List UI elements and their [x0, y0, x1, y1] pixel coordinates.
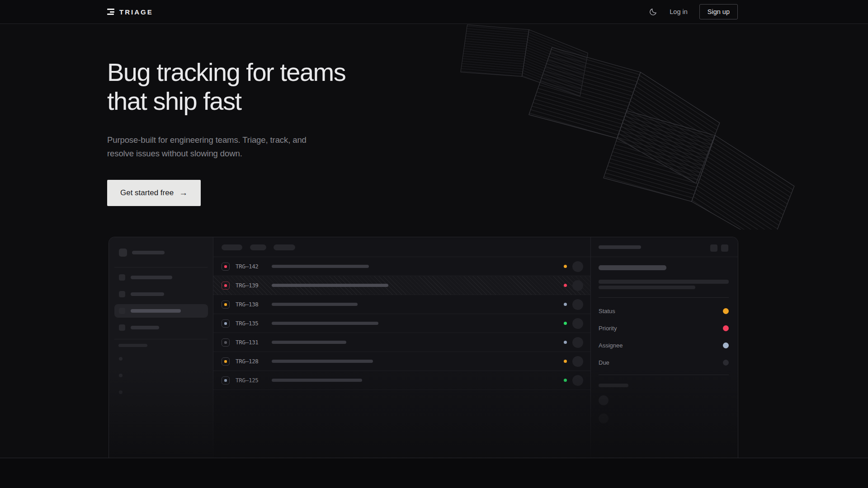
theme-toggle-button[interactable]: [648, 7, 658, 17]
sidebar-dot: [119, 374, 123, 377]
detail-divider: [599, 375, 729, 375]
issue-title-skeleton: [272, 322, 378, 325]
status-dot: [564, 322, 567, 325]
get-started-button[interactable]: Get started free →: [107, 180, 201, 206]
comment-avatar-skeleton: [599, 395, 609, 405]
issue-row[interactable]: TRG–128: [213, 352, 590, 371]
sidebar-nav-item-2[interactable]: [114, 287, 208, 301]
sidebar-nav-item-1[interactable]: [114, 271, 208, 284]
issue-row[interactable]: TRG–135: [213, 314, 590, 333]
assignee-avatar: [572, 356, 583, 367]
nav-item-icon: [119, 274, 125, 281]
issue-id: TRG–139: [236, 282, 264, 289]
assignee-avatar: [572, 280, 583, 291]
assignee-avatar: [572, 375, 583, 386]
sidebar-dot: [119, 390, 123, 394]
status-dot: [564, 303, 567, 306]
issue-title-skeleton: [272, 341, 346, 344]
nav-item-label-skeleton: [131, 276, 172, 279]
assignee-avatar: [572, 337, 583, 348]
brand-name: TRIAGE: [119, 8, 153, 16]
signup-button[interactable]: Sign up: [699, 4, 738, 19]
property-value-dot: [723, 308, 729, 314]
issue-id: TRG–142: [236, 263, 264, 270]
list-header: [213, 237, 590, 257]
moon-icon: [649, 8, 657, 16]
sidebar-nav-item-3-active[interactable]: [114, 304, 208, 318]
detail-action-button[interactable]: [721, 244, 728, 252]
triage-logo-icon: [107, 9, 114, 15]
issue-list: TRG–142 TRG–139 TRG–138 TRG–135 TRG–131: [213, 257, 590, 390]
issue-id: TRG–125: [236, 377, 264, 384]
app-mockup: TRG–142 TRG–139 TRG–138 TRG–135 TRG–131: [108, 237, 738, 458]
nav-item-icon: [119, 324, 125, 331]
detail-divider: [599, 297, 729, 298]
brand-logo[interactable]: TRIAGE: [107, 8, 153, 16]
issue-type-icon: [222, 319, 230, 328]
issue-row[interactable]: TRG–131: [213, 333, 590, 352]
issue-row[interactable]: TRG–125: [213, 371, 590, 390]
property-value-dot: [723, 325, 729, 331]
sidebar-dot: [119, 357, 123, 361]
issue-title-skeleton: [272, 265, 369, 268]
arrow-right-icon: →: [179, 188, 188, 198]
issue-type-icon: [222, 263, 230, 271]
mockup-issue-list-panel: TRG–142 TRG–139 TRG–138 TRG–135 TRG–131: [213, 237, 591, 458]
issue-title-skeleton: [272, 284, 388, 287]
workspace-avatar: [119, 249, 127, 257]
issue-title-skeleton: [272, 360, 373, 363]
status-dot: [564, 379, 567, 382]
property-value-dot: [723, 360, 729, 366]
issue-type-icon: [222, 376, 230, 385]
property-label: Status: [599, 308, 615, 314]
filter-tab-skeleton[interactable]: [250, 244, 266, 250]
issue-type-icon: [222, 338, 230, 347]
status-dot: [564, 284, 567, 287]
page: TRIAGE Log in Sign up Bug tracking for t…: [0, 0, 868, 488]
nav-item-label-skeleton: [131, 326, 159, 329]
comment-avatar-skeleton: [599, 413, 609, 423]
assignee-avatar: [572, 299, 583, 310]
issue-id: TRG–131: [236, 339, 264, 346]
property-row[interactable]: Priority: [599, 319, 729, 337]
hero-wireframe-decoration: [439, 24, 805, 230]
property-label: Assignee: [599, 342, 623, 349]
property-row[interactable]: Assignee: [599, 337, 729, 354]
issue-row[interactable]: TRG–139: [213, 276, 590, 295]
login-link[interactable]: Log in: [670, 8, 688, 15]
mockup-sidebar: [109, 237, 213, 458]
sidebar-nav-item-4[interactable]: [114, 321, 208, 334]
filter-tab-skeleton[interactable]: [222, 244, 242, 250]
property-row[interactable]: Status: [599, 302, 729, 319]
hero-title: Bug tracking for teams that ship fast: [107, 58, 424, 116]
status-dot: [564, 360, 567, 363]
detail-description-skeleton: [599, 286, 695, 289]
issue-title-skeleton: [272, 303, 358, 306]
filter-tab-skeleton[interactable]: [274, 244, 295, 250]
issue-row[interactable]: TRG–138: [213, 295, 590, 314]
detail-action-button[interactable]: [710, 244, 717, 252]
detail-title-skeleton: [599, 265, 666, 270]
sidebar-divider: [114, 339, 208, 339]
workspace-switcher[interactable]: [119, 249, 165, 257]
hero-subtitle: Purpose-built for engineering teams. Tri…: [107, 133, 324, 160]
footer-section: [0, 458, 868, 488]
assignee-avatar: [572, 318, 583, 329]
issue-row[interactable]: TRG–142: [213, 257, 590, 276]
property-label: Due: [599, 359, 609, 366]
detail-header: [591, 237, 738, 257]
issue-title-skeleton: [272, 379, 362, 382]
sidebar-divider: [114, 267, 208, 267]
mockup-detail-panel: Status Priority Assignee Due: [591, 237, 738, 458]
property-row[interactable]: Due: [599, 354, 729, 371]
assignee-avatar: [572, 261, 583, 272]
detail-section-label-skeleton: [599, 384, 628, 387]
property-label: Priority: [599, 325, 617, 332]
top-navbar: TRIAGE Log in Sign up: [0, 0, 868, 24]
status-dot: [564, 265, 567, 268]
property-value-dot: [723, 343, 729, 348]
status-dot: [564, 341, 567, 344]
issue-type-icon: [222, 357, 230, 366]
sidebar-section-label-skeleton: [118, 344, 147, 347]
nav-item-icon: [119, 308, 125, 314]
